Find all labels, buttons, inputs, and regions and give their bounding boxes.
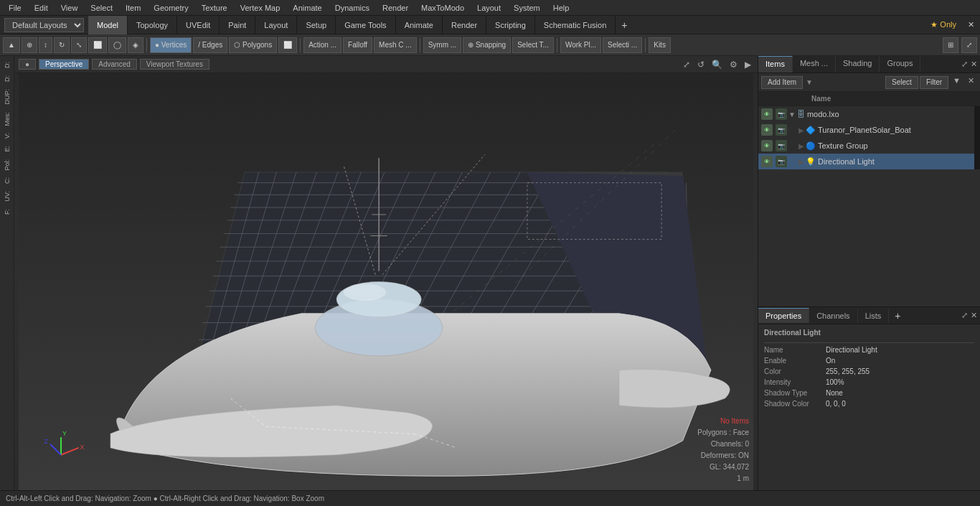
item-vis2-modo-lxo[interactable]: 📷 bbox=[776, 108, 787, 120]
sidebar-tab-v[interactable]: V: bbox=[2, 130, 12, 141]
layout-tab-schematic[interactable]: Schematic Fusion bbox=[535, 16, 616, 34]
menu-view[interactable]: View bbox=[55, 2, 84, 14]
menu-file[interactable]: File bbox=[3, 2, 27, 14]
menu-dynamics[interactable]: Dynamics bbox=[329, 2, 375, 14]
item-row-directional-light[interactable]: 👁 📷 ▶ 💡 Directional Light bbox=[758, 154, 974, 169]
prop-value-enable[interactable]: On bbox=[826, 357, 835, 365]
layout-tab-model[interactable]: Model bbox=[88, 16, 128, 34]
vp-expand-icon[interactable]: ▶ bbox=[743, 58, 753, 71]
select-tool-btn[interactable]: Select T... bbox=[512, 37, 554, 53]
layout-tab-uvedit[interactable]: UVEdit bbox=[177, 16, 220, 34]
action-btn[interactable]: Action ... bbox=[303, 37, 341, 53]
menu-help[interactable]: Help bbox=[547, 2, 575, 14]
edges-btn[interactable]: / Edges bbox=[193, 37, 227, 53]
layout-tab-render[interactable]: Render bbox=[443, 16, 486, 34]
item-vis-texture[interactable]: 👁 bbox=[761, 140, 773, 151]
item-row-texture-group[interactable]: 👁 📷 ▶ 🔵 Texture Group bbox=[758, 138, 974, 154]
prop-value-color[interactable]: 255, 255, 255 bbox=[826, 367, 870, 375]
viewport-dot-btn[interactable]: ● bbox=[19, 59, 36, 70]
menu-item[interactable]: Item bbox=[120, 2, 146, 14]
menu-maxtomodo[interactable]: MaxToModo bbox=[415, 2, 470, 14]
sidebar-tab-dup[interactable]: DUP: bbox=[2, 86, 12, 108]
props-expand-icon[interactable]: ⤢ bbox=[961, 311, 968, 320]
items-scrollbar[interactable] bbox=[974, 106, 980, 169]
items-panel-expand-icon[interactable]: ⤢ bbox=[961, 60, 968, 69]
sidebar-tab-c[interactable]: C: bbox=[2, 174, 12, 187]
sidebar-tab-d2[interactable]: D: bbox=[2, 72, 12, 85]
layout-tab-scripting[interactable]: Scripting bbox=[486, 16, 535, 34]
menu-system[interactable]: System bbox=[508, 2, 546, 14]
work-plane-btn[interactable]: Work Pl... bbox=[560, 37, 601, 53]
rotate-btn[interactable]: ↻ bbox=[54, 37, 70, 53]
layout-tab-layout[interactable]: Layout bbox=[255, 16, 297, 34]
mesh-btn[interactable]: Mesh C ... bbox=[374, 37, 417, 53]
layout-select[interactable]: Default Layouts bbox=[4, 18, 84, 32]
mode-btn[interactable]: ⬜ bbox=[278, 37, 297, 53]
sidebar-tab-e[interactable]: E: bbox=[2, 143, 12, 155]
viewport-perspective-btn[interactable]: Perspective bbox=[39, 59, 89, 70]
menu-vertex-map[interactable]: Vertex Map bbox=[235, 2, 286, 14]
item-expand-dl[interactable]: ▶ bbox=[798, 158, 804, 166]
items-panel-close-icon[interactable]: ✕ bbox=[971, 60, 977, 69]
item-expand-turanor[interactable]: ▶ bbox=[798, 126, 804, 134]
viewport-fit-btn[interactable]: ⊞ bbox=[943, 37, 958, 53]
menu-select[interactable]: Select bbox=[85, 2, 118, 14]
prop-value-shadow[interactable]: None bbox=[826, 389, 843, 397]
layout-close-button[interactable]: ✕ bbox=[962, 19, 980, 31]
kits-btn[interactable]: Kits bbox=[649, 37, 671, 53]
menu-render[interactable]: Render bbox=[377, 2, 414, 14]
menu-geometry[interactable]: Geometry bbox=[148, 2, 194, 14]
falloff-btn[interactable]: Falloff bbox=[343, 37, 372, 53]
tab-properties[interactable]: Properties bbox=[758, 308, 809, 323]
prop-value-shadow-color[interactable]: 0, 0, 0 bbox=[826, 400, 846, 408]
vp-refresh-icon[interactable]: ↺ bbox=[695, 58, 707, 71]
vp-fullscreen-icon[interactable]: ⤢ bbox=[681, 58, 692, 71]
select-arrow-btn[interactable]: ▲ bbox=[3, 37, 20, 53]
item-row-modo-lxo[interactable]: 👁 📷 ▼ 🗄 modo.lxo bbox=[758, 106, 974, 122]
tab-shading[interactable]: Shading bbox=[836, 56, 880, 72]
item-vis-modo-lxo[interactable]: 👁 bbox=[761, 108, 773, 120]
prop-value-intensity[interactable]: 100% bbox=[826, 378, 844, 386]
scale-btn[interactable]: ⤡ bbox=[71, 37, 87, 53]
props-add-button[interactable]: + bbox=[890, 309, 905, 323]
tab-lists[interactable]: Lists bbox=[858, 309, 890, 323]
item-vis2-dl[interactable]: 📷 bbox=[776, 156, 787, 167]
select-items-btn[interactable]: Select bbox=[885, 76, 918, 89]
menu-layout[interactable]: Layout bbox=[471, 2, 507, 14]
symmetry-btn[interactable]: Symm ... bbox=[423, 37, 461, 53]
viewport-maximize-btn[interactable]: ⤢ bbox=[961, 37, 977, 53]
layout-tab-paint[interactable]: Paint bbox=[220, 16, 255, 34]
viewport-advanced-btn[interactable]: Advanced bbox=[92, 59, 136, 70]
item-vis2-turanor[interactable]: 📷 bbox=[776, 124, 787, 136]
items-toolbar-close[interactable]: ✕ bbox=[965, 76, 977, 89]
snapping-btn[interactable]: ⊕ Snapping bbox=[463, 37, 511, 53]
sphere-btn[interactable]: ◯ bbox=[108, 37, 126, 53]
item-vis2-texture[interactable]: 📷 bbox=[776, 140, 787, 151]
layout-tab-gametools[interactable]: Game Tools bbox=[336, 16, 396, 34]
selecti-btn[interactable]: Selecti ... bbox=[603, 37, 642, 53]
props-close-icon[interactable]: ✕ bbox=[971, 311, 977, 320]
vertices-btn[interactable]: ● Vertices bbox=[150, 37, 192, 53]
special1-btn[interactable]: ◈ bbox=[128, 37, 143, 53]
viewport-canvas[interactable]: X Y Z No Items Polygons : Face Channels:… bbox=[14, 73, 758, 490]
transform-btn[interactable]: ↕ bbox=[39, 37, 52, 53]
prop-value-name[interactable]: Directional Light bbox=[826, 346, 877, 354]
filter-items-btn[interactable]: Filter bbox=[920, 76, 948, 89]
origin-btn[interactable]: ⊕ bbox=[22, 37, 37, 53]
sidebar-tab-mes[interactable]: Mes: bbox=[2, 109, 12, 129]
item-row-turanor[interactable]: 👁 📷 ▶ 🔷 Turanor_PlanetSolar_Boat bbox=[758, 122, 974, 138]
items-toolbar-expand[interactable]: ▼ bbox=[950, 76, 963, 89]
item-expand-texture[interactable]: ▶ bbox=[798, 142, 804, 150]
tab-mesh[interactable]: Mesh ... bbox=[793, 56, 836, 72]
item-expand-arrow-modo[interactable]: ▼ bbox=[788, 111, 796, 118]
tab-items[interactable]: Items bbox=[758, 56, 793, 72]
layout-add-button[interactable]: + bbox=[616, 17, 633, 34]
tab-groups[interactable]: Groups bbox=[880, 56, 920, 72]
menu-edit[interactable]: Edit bbox=[29, 2, 54, 14]
layout-tab-animate[interactable]: Animate bbox=[396, 16, 443, 34]
box-btn[interactable]: ⬜ bbox=[88, 37, 107, 53]
vp-settings-icon[interactable]: ⚙ bbox=[727, 58, 740, 71]
sidebar-tab-d1[interactable]: D: bbox=[2, 59, 12, 71]
layout-tab-setup[interactable]: Setup bbox=[297, 16, 336, 34]
menu-animate[interactable]: Animate bbox=[287, 2, 327, 14]
